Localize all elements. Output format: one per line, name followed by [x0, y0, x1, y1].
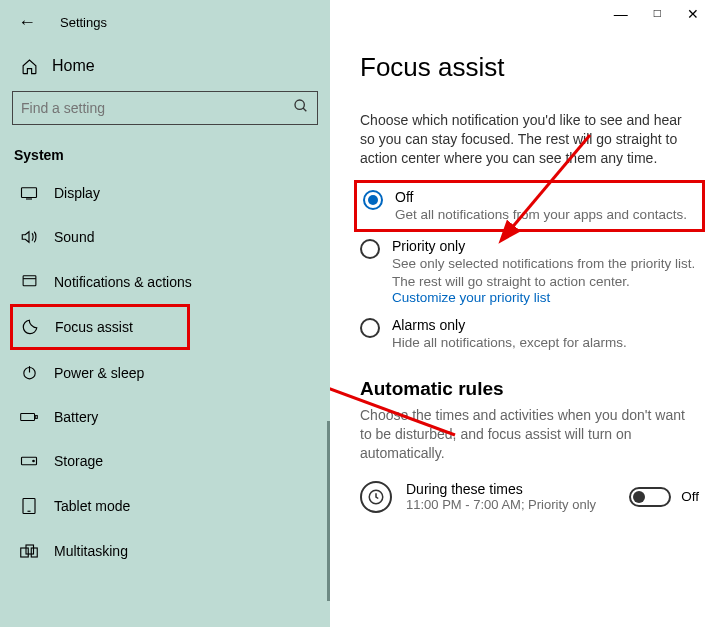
home-icon: [20, 58, 38, 75]
search-field[interactable]: [21, 100, 293, 116]
automatic-rules-description: Choose the times and activities when you…: [360, 406, 699, 463]
radio-icon: [360, 239, 380, 259]
sidebar-item-label: Notifications & actions: [54, 274, 192, 290]
option-priority-only[interactable]: Priority only See only selected notifica…: [360, 238, 699, 305]
search-icon: [293, 98, 309, 118]
maximize-icon[interactable]: □: [654, 6, 661, 22]
rule-toggle[interactable]: [629, 487, 671, 507]
power-icon: [20, 364, 38, 381]
sidebar-item-label: Tablet mode: [54, 498, 130, 514]
svg-point-0: [295, 100, 304, 109]
svg-rect-14: [21, 548, 29, 557]
sidebar: ← Settings Home System Display Sound Not…: [0, 0, 330, 627]
rule-sub: 11:00 PM - 7:00 AM; Priority only: [406, 497, 615, 512]
svg-rect-15: [26, 545, 34, 554]
battery-icon: [20, 411, 38, 423]
radio-icon: [363, 190, 383, 210]
multitasking-icon: [20, 543, 38, 559]
sidebar-item-power[interactable]: Power & sleep: [0, 350, 330, 395]
sidebar-item-battery[interactable]: Battery: [0, 395, 330, 439]
sidebar-item-label: Storage: [54, 453, 103, 469]
rule-toggle-state: Off: [681, 489, 699, 504]
sidebar-item-sound[interactable]: Sound: [0, 215, 330, 259]
sidebar-item-notifications[interactable]: Notifications & actions: [0, 259, 330, 304]
sidebar-item-label: Power & sleep: [54, 365, 144, 381]
focus-assist-icon: [21, 318, 39, 336]
svg-rect-2: [22, 188, 37, 198]
display-icon: [20, 186, 38, 200]
svg-rect-8: [21, 414, 35, 421]
sidebar-home[interactable]: Home: [0, 47, 330, 85]
svg-rect-9: [35, 416, 37, 419]
svg-point-11: [33, 460, 35, 462]
rule-during-times[interactable]: During these times 11:00 PM - 7:00 AM; P…: [360, 481, 699, 513]
close-icon[interactable]: ✕: [687, 6, 699, 22]
option-label: Off: [395, 189, 687, 205]
sidebar-item-label: Focus assist: [55, 319, 133, 335]
back-icon[interactable]: ←: [18, 12, 36, 33]
sidebar-item-label: Sound: [54, 229, 94, 245]
svg-rect-16: [31, 548, 37, 557]
sidebar-item-tablet[interactable]: Tablet mode: [0, 483, 330, 529]
option-sub: Get all notifications from your apps and…: [395, 206, 687, 224]
page-description: Choose which notification you'd like to …: [360, 111, 699, 168]
window-title: Settings: [60, 15, 107, 30]
main-content: — □ ✕ Focus assist Choose which notifica…: [330, 0, 721, 627]
sound-icon: [20, 229, 38, 245]
sidebar-item-multitasking[interactable]: Multitasking: [0, 529, 330, 573]
sidebar-item-display[interactable]: Display: [0, 171, 330, 215]
sidebar-item-label: Battery: [54, 409, 98, 425]
radio-icon: [360, 318, 380, 338]
sidebar-section: System: [0, 139, 330, 171]
sidebar-item-label: Display: [54, 185, 100, 201]
sidebar-item-focus-assist[interactable]: Focus assist: [10, 304, 190, 350]
storage-icon: [20, 455, 38, 467]
customize-priority-link[interactable]: Customize your priority list: [392, 290, 699, 305]
focus-assist-options: Off Get all notifications from your apps…: [360, 186, 699, 352]
search-input[interactable]: [12, 91, 318, 125]
option-off[interactable]: Off Get all notifications from your apps…: [354, 180, 705, 233]
option-sub: Hide all notifications, except for alarm…: [392, 334, 627, 352]
svg-line-1: [303, 108, 306, 111]
rule-title: During these times: [406, 481, 615, 497]
page-title: Focus assist: [360, 52, 699, 83]
clock-icon: [360, 481, 392, 513]
sidebar-item-storage[interactable]: Storage: [0, 439, 330, 483]
sidebar-item-label: Multitasking: [54, 543, 128, 559]
option-sub: See only selected notifications from the…: [392, 255, 699, 290]
svg-rect-4: [23, 276, 36, 286]
minimize-icon[interactable]: —: [614, 6, 628, 22]
option-label: Alarms only: [392, 317, 627, 333]
sidebar-home-label: Home: [52, 57, 95, 75]
option-alarms-only[interactable]: Alarms only Hide all notifications, exce…: [360, 317, 699, 352]
sidebar-nav: Display Sound Notifications & actions Fo…: [0, 171, 330, 573]
tablet-icon: [20, 497, 38, 515]
automatic-rules-heading: Automatic rules: [360, 378, 699, 400]
notifications-icon: [20, 273, 38, 290]
option-label: Priority only: [392, 238, 699, 254]
